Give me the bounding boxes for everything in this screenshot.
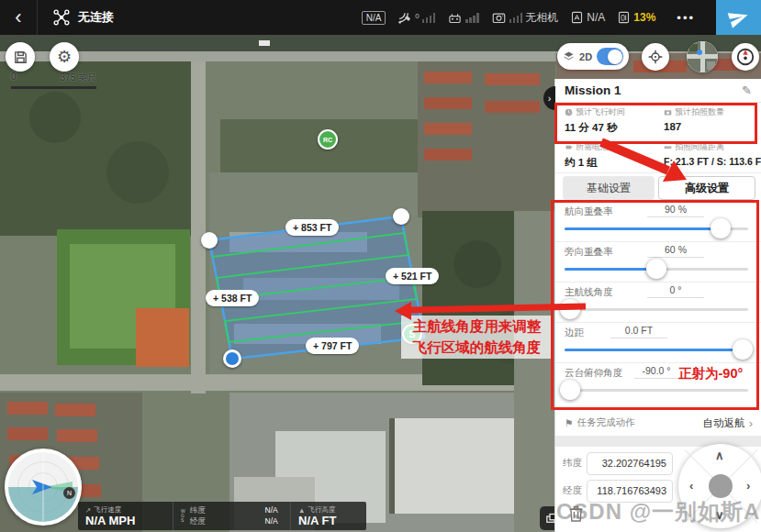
divider	[555, 241, 761, 242]
edge-measure-right[interactable]: + 521 FT	[386, 268, 439, 284]
edit-mission-icon[interactable]: ✎	[742, 83, 752, 97]
front-overlap-thumb[interactable]	[711, 218, 731, 238]
edge-measure-left[interactable]: + 538 FT	[206, 290, 259, 306]
drone-icon	[52, 8, 71, 27]
vertex-handle-selected[interactable]	[223, 349, 241, 368]
crosshair-icon	[648, 50, 663, 64]
edge-measure-bottom[interactable]: + 797 FT	[306, 338, 359, 354]
divider	[37, 0, 38, 35]
camera-signal-status[interactable]: 无相机	[491, 10, 559, 26]
edge-measure-top[interactable]: + 853 FT	[285, 219, 339, 236]
dpad-up-button[interactable]: ∧	[715, 449, 724, 462]
mission-header: Mission 1 ✎	[555, 79, 761, 103]
rc-marker-label: RC	[323, 137, 332, 143]
stat-photo-count: 预计拍照数量 187	[664, 106, 761, 132]
gps-status[interactable]: 0	[397, 10, 435, 25]
route-angle-track[interactable]	[565, 308, 748, 311]
save-mission-button[interactable]	[6, 42, 35, 72]
gimbal-pitch-thumb[interactable]	[560, 380, 580, 400]
latitude-input[interactable]: 32.202764195	[587, 452, 673, 475]
connection-status[interactable]: 无连接	[52, 8, 114, 27]
photo-count-value: 187	[664, 121, 761, 132]
altitude-value: N/A FT	[298, 515, 359, 526]
front-overlap-value[interactable]: 90 %	[647, 204, 704, 217]
flight-mode-status[interactable]: N/A	[570, 10, 605, 25]
chevron-right-icon: ›	[749, 416, 753, 430]
attitude-compass-widget[interactable]: N	[5, 449, 82, 526]
side-overlap-thumb[interactable]	[646, 259, 666, 279]
telemetry-lat-label: 纬度	[190, 505, 206, 516]
camera-status-label: 无相机	[525, 10, 558, 26]
dpad-left-button[interactable]: ‹	[689, 479, 693, 493]
battery-board-icon	[617, 10, 631, 25]
gps-signal-bars	[422, 13, 436, 23]
compass-icon	[735, 47, 755, 67]
margin-value[interactable]: 0.0 FT	[610, 325, 667, 338]
compass-reset-button[interactable]	[732, 43, 759, 71]
mode-2d-label: 2D	[579, 51, 592, 62]
gimbal-note: 正射为-90°	[678, 365, 743, 382]
mission-title: Mission 1	[565, 83, 621, 97]
telemetry-gps: W G S 纬度N/A 经度N/A	[173, 502, 291, 530]
vertex-handle-topleft[interactable]	[201, 232, 218, 249]
gimbal-pitch-label: 云台俯仰角度	[565, 367, 622, 380]
route-angle-label: 主航线角度	[565, 286, 613, 299]
tab-advanced-settings[interactable]: 高级设置	[658, 176, 755, 200]
settings-button[interactable]: ⚙	[50, 42, 79, 72]
toggle-knob	[608, 50, 622, 64]
gimbal-pitch-value[interactable]: -90.0 °	[634, 365, 678, 379]
route-note-line1: 主航线角度用来调整	[401, 316, 553, 337]
side-overlap-track[interactable]	[565, 268, 748, 271]
clock-icon	[565, 108, 573, 116]
flight-time-label: 预计飞行时间	[576, 106, 625, 118]
aircraft-status-badge[interactable]: N/A	[362, 11, 386, 25]
telemetry-lat-value: N/A	[265, 505, 278, 516]
dpad-center-button[interactable]	[709, 474, 733, 498]
battery-status[interactable]: 13%	[617, 10, 655, 25]
route-angle-value[interactable]: 0 °	[647, 284, 704, 298]
divider	[555, 362, 761, 363]
divider	[555, 282, 761, 283]
locate-button[interactable]	[642, 43, 669, 71]
margin-thumb[interactable]	[733, 339, 753, 360]
minimap-button[interactable]	[687, 41, 718, 72]
margin-track[interactable]	[565, 349, 748, 351]
longitude-label: 经度	[563, 484, 587, 497]
north-badge: N	[63, 487, 75, 499]
vertex-handle-topright[interactable]	[393, 208, 409, 225]
side-overlap-value[interactable]: 60 %	[647, 244, 704, 258]
basic-tab-label: 基础设置	[587, 181, 631, 196]
connection-label: 无连接	[78, 9, 114, 26]
scale-bar	[11, 86, 96, 89]
flag-icon: ⚑	[565, 417, 573, 428]
gimbal-pitch-track[interactable]	[565, 389, 748, 392]
slider-side-overlap: 旁向重叠率 60 %	[555, 244, 761, 284]
more-menu-button[interactable]: •••	[667, 11, 704, 25]
rc-signal-status[interactable]	[447, 11, 479, 25]
map-mode-control: 2D	[557, 43, 629, 70]
scale-end: 375 英尺	[61, 72, 96, 84]
2d-toggle[interactable]	[597, 48, 623, 65]
wgs-label: W G S	[181, 509, 185, 523]
takeoff-button[interactable]	[716, 0, 761, 35]
watermark: CSDN @一别如斯AA	[556, 497, 761, 526]
latitude-label: 纬度	[563, 457, 587, 470]
battery-count-value: 约 1 组	[565, 156, 667, 170]
flight-time-value: 11 分 47 秒	[565, 121, 667, 135]
mission-settings-panel: › Mission 1 ✎ 预计飞行时间 11 分 47 秒 预计拍照数量 18…	[554, 79, 761, 532]
flight-mode-icon	[570, 10, 584, 25]
status-bar: ‹ 无连接 N/A 0 无相机 N/A 13% •••	[0, 0, 761, 35]
telemetry-bar: ↗飞行速度 N/A MPH W G S 纬度N/A 经度N/A ▲飞行高度 N/…	[78, 502, 366, 530]
route-angle-thumb[interactable]	[560, 299, 580, 319]
finish-action-label: 任务完成动作	[576, 416, 634, 429]
slider-route-angle: 主航线角度 0 °	[555, 284, 761, 325]
stat-battery-count: 所需电池数 约 1 组	[565, 141, 667, 170]
map-scale: 0375 英尺	[11, 72, 96, 89]
slider-margin: 边距 0.0 FT	[555, 325, 761, 365]
back-button[interactable]: ‹	[0, 0, 37, 35]
dpad-right-button[interactable]: ›	[746, 479, 750, 493]
front-overlap-track[interactable]	[565, 227, 748, 230]
rc-signal-bars	[465, 13, 479, 23]
finish-action-row[interactable]: ⚑任务完成动作 自动返航›	[555, 412, 761, 434]
tab-basic-settings[interactable]: 基础设置	[563, 176, 655, 200]
